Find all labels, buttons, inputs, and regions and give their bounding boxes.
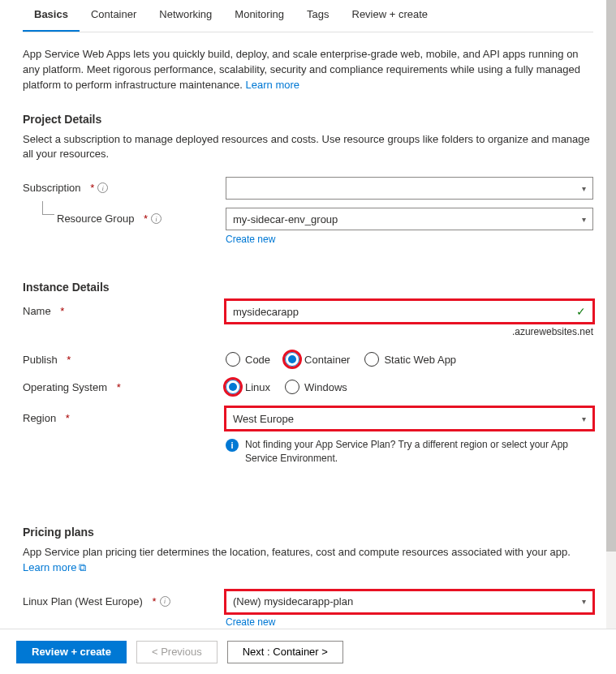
info-badge-icon: i (226, 439, 239, 452)
intro-text: App Service Web Apps lets you quickly bu… (23, 47, 593, 93)
pricing-desc: App Service plan pricing tier determines… (23, 545, 593, 576)
info-icon[interactable]: i (151, 213, 162, 224)
subscription-dropdown[interactable]: ▾ (226, 177, 593, 200)
scrollbar-thumb[interactable] (606, 0, 616, 552)
review-create-button[interactable]: Review + create (16, 641, 127, 663)
publish-code-radio[interactable]: Code (226, 352, 270, 367)
publish-radio-group: Code Container Static Web App (226, 349, 593, 367)
instance-details-title: Instance Details (23, 281, 593, 294)
previous-button[interactable]: < Previous (136, 641, 218, 663)
project-details-title: Project Details (23, 113, 593, 126)
scrollbar[interactable] (606, 0, 616, 629)
publish-swa-radio[interactable]: Static Web App (364, 352, 456, 367)
domain-suffix: .azurewebsites.net (226, 326, 593, 337)
create-new-plan-link[interactable]: Create new (226, 616, 275, 628)
os-windows-radio[interactable]: Windows (285, 380, 347, 394)
tab-basics[interactable]: Basics (23, 0, 80, 32)
region-label: Region * (23, 407, 226, 424)
info-icon[interactable]: i (160, 596, 170, 607)
info-icon[interactable]: i (97, 182, 108, 193)
tab-networking[interactable]: Networking (148, 0, 223, 32)
resource-group-dropdown[interactable]: my-sidecar-env_group ▾ (226, 208, 593, 230)
chevron-down-icon: ▾ (582, 184, 586, 193)
checkmark-icon: ✓ (576, 305, 586, 318)
os-linux-radio[interactable]: Linux (226, 380, 270, 394)
subscription-label: Subscription * i (23, 177, 226, 194)
name-label: Name * (23, 300, 226, 317)
pricing-title: Pricing plans (23, 526, 593, 539)
wizard-footer: Review + create < Previous Next : Contai… (0, 629, 616, 674)
os-label: Operating System * (23, 376, 226, 393)
tab-review[interactable]: Review + create (341, 0, 440, 32)
publish-label: Publish * (23, 349, 226, 366)
name-input[interactable]: mysidecarapp ✓ (226, 300, 593, 323)
chevron-down-icon: ▾ (582, 414, 586, 423)
wizard-tabs: Basics Container Networking Monitoring T… (23, 0, 593, 32)
create-new-rg-link[interactable]: Create new (226, 234, 275, 245)
region-info-text: Not finding your App Service Plan? Try a… (245, 438, 593, 466)
region-dropdown[interactable]: West Europe ▾ (226, 407, 593, 430)
resource-group-label: Resource Group * i (23, 208, 226, 225)
publish-container-radio[interactable]: Container (285, 352, 350, 367)
pricing-learn-more-link[interactable]: Learn more⧉ (23, 561, 86, 573)
linux-plan-dropdown[interactable]: (New) mysidecarapp-plan ▾ (226, 590, 593, 613)
os-radio-group: Linux Windows (226, 376, 593, 394)
tab-monitoring[interactable]: Monitoring (223, 0, 295, 32)
tab-tags[interactable]: Tags (295, 0, 340, 32)
chevron-down-icon: ▾ (582, 215, 586, 224)
external-link-icon: ⧉ (79, 561, 86, 573)
project-details-desc: Select a subscription to manage deployed… (23, 132, 593, 163)
learn-more-link[interactable]: Learn more (246, 79, 299, 91)
chevron-down-icon: ▾ (582, 597, 586, 606)
next-button[interactable]: Next : Container > (227, 641, 343, 663)
linux-plan-label: Linux Plan (West Europe) * i (23, 590, 226, 607)
tab-container[interactable]: Container (80, 0, 148, 32)
